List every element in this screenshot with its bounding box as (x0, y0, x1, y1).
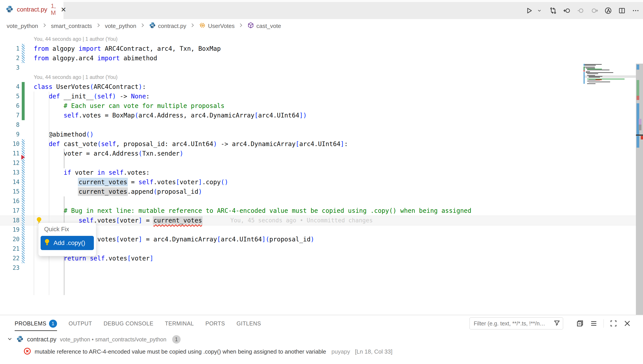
vscode-window: contract.py 1, M ✕ (0, 0, 643, 364)
split-editor-icon[interactable] (618, 7, 626, 14)
line-number: 17 (0, 206, 20, 216)
code-line-17[interactable]: 17 # Bug in next line: mutable reference… (0, 206, 636, 216)
panel-tab-debug-console[interactable]: DEBUG CONSOLE (104, 317, 154, 331)
code-line-8[interactable]: 8 (0, 120, 636, 130)
breadcrumb-item-vote_python[interactable]: vote_python (105, 22, 136, 30)
line-number: 20 (0, 234, 20, 244)
panel-tab-label: PORTS (205, 320, 225, 327)
go-back-icon[interactable] (563, 7, 571, 14)
gutter-change-indicator[interactable] (22, 82, 25, 92)
minimap-line (586, 72, 613, 73)
code-line-6[interactable]: 6 # Each user can vote for multiple prop… (0, 101, 636, 110)
chevron-down-icon[interactable] (7, 336, 13, 343)
code-line-16[interactable]: 16 (0, 196, 636, 206)
panel-tab-ports[interactable]: PORTS (205, 317, 225, 331)
gutter-change-indicator[interactable] (22, 44, 25, 54)
collapse-all-icon[interactable] (576, 320, 584, 328)
breadcrumb-separator-icon (95, 22, 102, 30)
gutter-change-indicator[interactable] (22, 187, 25, 196)
close-panel-icon[interactable] (623, 320, 631, 328)
scrollbar-overview-ruler[interactable] (636, 64, 643, 348)
gutter-change-indicator[interactable] (22, 168, 25, 177)
gutter-change-indicator[interactable] (22, 216, 25, 225)
gutter-change-indicator[interactable] (22, 206, 25, 216)
panel-icons-separator (603, 319, 604, 328)
code-line-11[interactable]: 11 voter = arc4.Address(Txn.sender) (0, 149, 636, 158)
overview-ruler-mark (639, 124, 641, 130)
previous-change-icon[interactable] (577, 7, 584, 14)
gutter-change-indicator[interactable] (22, 196, 25, 206)
problems-file-row[interactable]: contract.py vote_python • smart_contract… (0, 334, 181, 346)
minimap[interactable] (583, 64, 636, 348)
code-line-5[interactable]: 5 def __init__(self) -> None: (0, 92, 636, 101)
breadcrumb-item-vote_python[interactable]: vote_python (7, 22, 38, 30)
code-line-13[interactable]: 13 if voter in self.votes: (0, 168, 636, 177)
code-line-4[interactable]: 4class UserVotes(ARC4Contract): (0, 82, 636, 92)
overview-ruler-mark (639, 119, 641, 124)
code-line-9[interactable]: 9 @abimethod() (0, 130, 636, 139)
run-button-icon[interactable] (525, 7, 533, 14)
view-as-table-icon[interactable] (590, 320, 598, 328)
line-number: 6 (0, 101, 20, 110)
line-number: 5 (0, 92, 20, 101)
minimap-error-mark (595, 79, 602, 80)
panel-action-icons (576, 318, 631, 330)
indent-guide (34, 92, 34, 295)
code-line-1[interactable]: 1from algopy import ARC4Contract, arc4, … (0, 44, 636, 54)
code-line-14[interactable]: 14 current_votes = self.votes[voter].cop… (0, 177, 636, 187)
code-line-7[interactable]: 7 self.votes = BoxMap(arc4.Address, arc4… (0, 110, 636, 120)
gutter-change-indicator[interactable] (22, 254, 25, 263)
gutter-change-indicator[interactable] (22, 101, 25, 110)
quickfix-action-add-copy[interactable]: Add .copy() (41, 236, 94, 250)
gutter-change-indicator[interactable] (22, 234, 25, 244)
line-number: 16 (0, 196, 20, 206)
problems-filter[interactable] (470, 318, 563, 330)
breadcrumb-item-UserVotes[interactable]: UserVotes (199, 22, 234, 30)
code-line-3[interactable]: 3 (0, 63, 636, 72)
editor-actions (525, 2, 639, 19)
breadcrumb-item-cast_vote[interactable]: cast_vote (247, 22, 281, 30)
panel-tab-terminal[interactable]: TERMINAL (165, 317, 194, 331)
problems-file-path: vote_python • smart_contracts/vote_pytho… (60, 336, 166, 343)
code-editor[interactable]: You, 44 seconds ago | 1 author (You)1fro… (0, 33, 643, 315)
code-line-15[interactable]: 15 current_votes.append(proposal_id) (0, 187, 636, 196)
indent-guide (49, 92, 49, 295)
tab-title: contract.py (17, 6, 47, 13)
gutter-change-indicator[interactable] (22, 139, 25, 149)
line-number: 7 (0, 110, 20, 120)
minimap-line (587, 75, 595, 76)
deleted-lines-marker[interactable] (21, 155, 25, 160)
breadcrumb-label: contract.py (158, 22, 186, 30)
gutter-change-indicator[interactable] (22, 92, 25, 101)
panel-tab-problems[interactable]: PROBLEMS1 (15, 317, 57, 331)
code-line-10[interactable]: 10 def cast_vote(self, proposal_id: arc4… (0, 139, 636, 149)
compare-changes-icon[interactable] (549, 7, 557, 14)
problems-filter-input[interactable] (473, 320, 554, 327)
panel-tab-output[interactable]: OUTPUT (69, 317, 92, 331)
run-dropdown-icon[interactable] (536, 7, 543, 14)
next-change-icon[interactable] (591, 7, 598, 14)
more-actions-icon[interactable] (632, 7, 639, 14)
tab-contract-py[interactable]: contract.py 1, M ✕ (0, 0, 64, 19)
gutter-change-indicator[interactable] (22, 244, 25, 254)
code-line-23[interactable]: 23 (0, 263, 636, 273)
minimap-line (586, 72, 590, 72)
gutter-change-indicator[interactable] (22, 177, 25, 187)
minimap-line (587, 74, 598, 74)
panel-tab-gitlens[interactable]: GITLENS (236, 317, 261, 331)
code-line-12[interactable]: 12 (0, 158, 636, 168)
gutter-change-indicator[interactable] (22, 54, 25, 63)
gutter-change-indicator[interactable] (22, 110, 25, 120)
line-number: 4 (0, 82, 20, 92)
maximize-panel-icon[interactable] (609, 320, 617, 328)
code-line-2[interactable]: 2from algopy.arc4 import abimethod (0, 54, 636, 63)
tab-bar: contract.py 1, M ✕ (0, 0, 643, 19)
method-icon (247, 22, 254, 30)
commit-graph-icon[interactable] (604, 7, 612, 14)
close-tab-icon[interactable]: ✕ (61, 6, 66, 14)
problem-row[interactable]: mutable reference to ARC-4-encoded value… (0, 346, 393, 357)
breadcrumb-item-smart_contracts[interactable]: smart_contracts (51, 22, 92, 30)
gutter-change-indicator[interactable] (22, 225, 25, 234)
gutter-change-indicator[interactable] (22, 158, 25, 168)
breadcrumb-item-contract.py[interactable]: contract.py (149, 22, 186, 30)
